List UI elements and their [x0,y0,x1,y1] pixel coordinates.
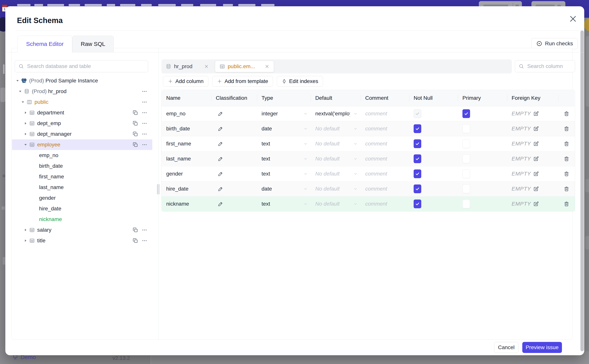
close-icon[interactable] [204,64,209,69]
column-search[interactable] [515,60,575,72]
edit-icon[interactable] [533,171,539,177]
type-select[interactable]: date [257,182,311,196]
tree-item-hire_date[interactable]: hire_date [12,203,152,214]
copy-icon[interactable] [133,142,138,148]
edit-icon[interactable] [533,126,539,131]
scrollbar-thumb[interactable] [580,31,584,351]
not-null-checkbox[interactable] [414,139,421,148]
primary-checkbox[interactable] [462,169,470,178]
tree-item-nickname[interactable]: nickname [12,214,152,225]
menu-icon[interactable] [142,227,147,233]
preview-issue-button[interactable]: Preview issue [522,342,562,353]
trash-icon[interactable] [564,186,569,192]
resize-handle[interactable] [157,184,158,194]
default-select[interactable]: No default [311,166,361,181]
pencil-icon[interactable] [218,141,223,147]
default-select[interactable]: nextval('employ [311,106,361,121]
copy-icon[interactable] [133,227,138,233]
default-select[interactable]: No default [311,182,361,196]
menu-icon[interactable] [142,238,147,243]
not-null-checkbox[interactable] [414,124,421,133]
chip-hr-prod[interactable]: hr_prod [161,59,213,73]
pencil-icon[interactable] [218,201,223,207]
column-name-cell[interactable]: nickname [162,196,211,211]
tree-item-dept_manager[interactable]: dept_manager [12,129,152,139]
copy-icon[interactable] [133,121,138,126]
tree-item-gender[interactable]: gender [12,193,152,203]
tree-item-emp_no[interactable]: emp_no [12,150,152,161]
edit-icon[interactable] [533,141,539,147]
run-checks-button[interactable]: Run checks [531,38,578,49]
edit-icon[interactable] [533,111,539,117]
type-select[interactable]: date [257,121,311,136]
cancel-button[interactable]: Cancel [494,342,518,353]
tree-item-Prod Sample Instance[interactable]: (Prod) Prod Sample Instance [12,75,152,86]
caret-down-icon[interactable] [23,142,28,147]
comment-input[interactable]: comment [361,196,409,211]
add-from-template-button[interactable]: Add from template [212,76,273,87]
edit-indexes-button[interactable]: Edit indexes [277,76,323,87]
caret-down-icon[interactable] [18,89,23,94]
menu-icon[interactable] [142,121,147,126]
tree-item-first_name[interactable]: first_name [12,171,152,182]
copy-icon[interactable] [133,110,138,116]
trash-icon[interactable] [564,141,569,147]
not-null-checkbox[interactable] [414,184,421,193]
column-name-cell[interactable]: emp_no [162,106,211,121]
pencil-icon[interactable] [218,126,223,131]
trash-icon[interactable] [564,171,569,177]
pencil-icon[interactable] [218,111,223,117]
add-column-button[interactable]: Add column [163,76,208,87]
type-select[interactable]: text [257,166,311,181]
not-null-checkbox[interactable] [414,109,421,118]
database-search[interactable] [15,60,148,72]
caret-right-icon[interactable] [23,131,28,136]
edit-icon[interactable] [533,156,539,162]
not-null-checkbox[interactable] [414,169,421,178]
caret-right-icon[interactable] [23,228,28,233]
trash-icon[interactable] [564,126,569,131]
primary-checkbox[interactable] [462,154,470,163]
trash-icon[interactable] [564,111,569,117]
trash-icon[interactable] [564,156,569,162]
column-name-cell[interactable]: first_name [162,136,211,151]
comment-input[interactable]: comment [361,166,409,181]
column-search-input[interactable] [527,63,571,70]
type-select[interactable]: text [257,151,311,166]
caret-right-icon[interactable] [23,121,28,126]
menu-icon[interactable] [142,99,147,105]
primary-checkbox[interactable] [462,184,470,193]
close-icon[interactable] [265,64,269,69]
comment-input[interactable]: comment [361,106,409,121]
tree-item-title[interactable]: title [12,235,152,246]
tree-item-birth_date[interactable]: birth_date [12,161,152,171]
tree-item-dept_emp[interactable]: dept_emp [12,118,152,129]
menu-icon[interactable] [142,89,147,94]
pencil-icon[interactable] [218,186,223,192]
menu-icon[interactable] [142,131,147,137]
menu-icon[interactable] [142,110,147,116]
primary-checkbox[interactable] [462,139,470,148]
caret-right-icon[interactable] [23,238,28,243]
primary-checkbox[interactable] [462,109,470,118]
caret-down-icon[interactable] [20,100,25,104]
column-name-cell[interactable]: gender [162,166,211,181]
tree-item-hr_prod[interactable]: (Prod) hr_prod [12,86,152,97]
tree-item-last_name[interactable]: last_name [12,182,152,193]
resize-handle[interactable] [159,184,159,194]
menu-icon[interactable] [142,142,147,148]
not-null-checkbox[interactable] [414,200,421,208]
default-select[interactable]: No default [311,196,361,211]
default-select[interactable]: No default [311,136,361,151]
primary-checkbox[interactable] [462,124,470,133]
database-search-input[interactable] [27,63,145,70]
edit-icon[interactable] [533,186,539,192]
tab-raw-sql[interactable]: Raw SQL [72,36,114,52]
pencil-icon[interactable] [218,171,223,177]
primary-checkbox[interactable] [462,200,470,208]
chip-public-employee[interactable]: public.em... [215,61,274,72]
pencil-icon[interactable] [218,156,223,162]
copy-icon[interactable] [133,238,138,243]
type-select[interactable]: text [257,196,311,211]
edit-icon[interactable] [533,201,539,207]
